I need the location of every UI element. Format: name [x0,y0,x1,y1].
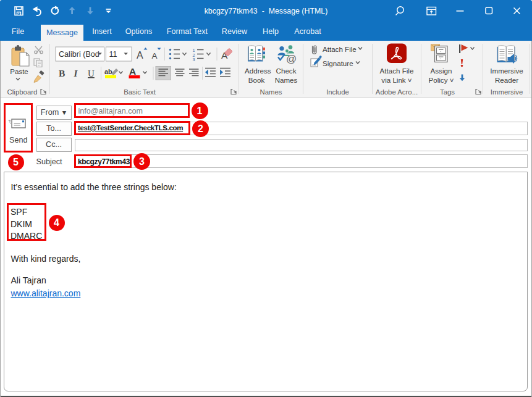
svg-text:3: 3 [193,57,195,62]
svg-text:Calibri (Bod: Calibri (Bod [59,50,99,59]
svg-text:A: A [129,66,136,77]
svg-text:B: B [59,68,65,78]
svg-text:ab: ab [104,68,112,75]
svg-text:I: I [74,69,78,78]
svg-text:A: A [137,50,143,61]
svg-text:@: @ [286,53,297,65]
svg-text:A: A [152,51,158,61]
svg-text:11: 11 [109,50,117,59]
svg-text:U: U [88,69,95,78]
